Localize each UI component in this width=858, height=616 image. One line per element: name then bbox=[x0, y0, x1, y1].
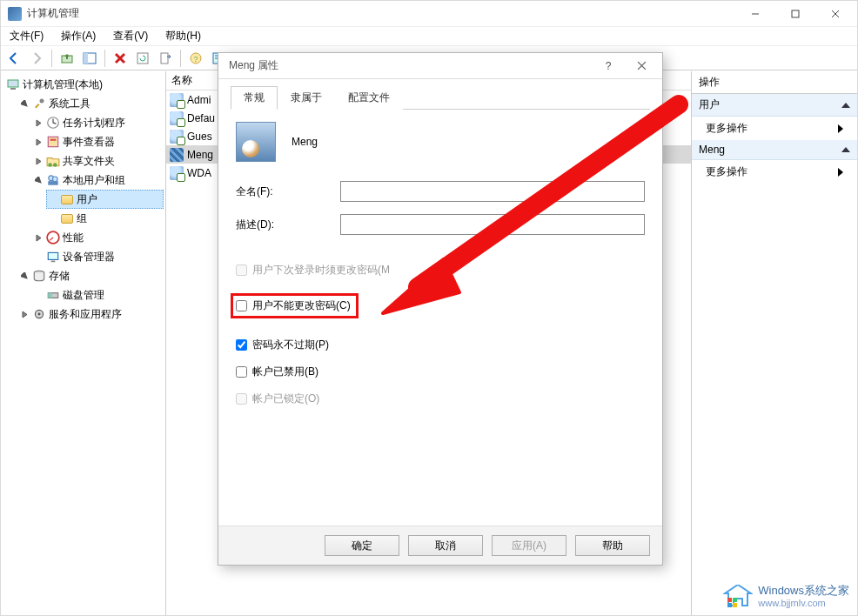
actions-more-users[interactable]: 更多操作 bbox=[692, 117, 857, 140]
folder-icon bbox=[60, 192, 74, 206]
menu-view[interactable]: 查看(V) bbox=[110, 27, 151, 45]
leaf-icon bbox=[48, 195, 57, 204]
svg-line-28 bbox=[50, 238, 53, 240]
maximize-button[interactable] bbox=[775, 1, 815, 27]
actions-pane: 操作 用户 更多操作 Meng 更多操作 bbox=[692, 71, 857, 615]
cannot-change-checkbox[interactable] bbox=[236, 300, 247, 311]
nav-forward-button[interactable] bbox=[27, 49, 46, 68]
tree-storage[interactable]: 存储 bbox=[18, 266, 164, 285]
tree-users[interactable]: 用户 bbox=[46, 190, 164, 209]
menu-file[interactable]: 文件(F) bbox=[6, 27, 47, 45]
submenu-icon bbox=[838, 168, 843, 177]
tree-label: 任务计划程序 bbox=[63, 114, 125, 131]
tree-label: 事件查看器 bbox=[63, 133, 115, 151]
tree-root[interactable]: 计算机管理(本地) bbox=[4, 75, 164, 94]
account-disabled-checkbox[interactable] bbox=[236, 366, 247, 378]
export-list-button[interactable] bbox=[156, 49, 175, 68]
dialog-close-button[interactable] bbox=[626, 55, 657, 77]
cannot-change-row[interactable]: 用户不能更改密码(C) bbox=[236, 298, 351, 313]
expand-icon[interactable] bbox=[34, 137, 44, 147]
up-level-button[interactable] bbox=[57, 49, 77, 68]
tree-label: 组 bbox=[77, 210, 87, 227]
list-item-label: Admi bbox=[187, 94, 211, 106]
svg-rect-42 bbox=[727, 603, 732, 607]
tree-device-manager[interactable]: 设备管理器 bbox=[32, 247, 164, 266]
users-groups-icon bbox=[46, 173, 60, 187]
svg-rect-30 bbox=[51, 261, 56, 263]
svg-rect-41 bbox=[733, 598, 737, 602]
must-change-row: 用户下次登录时须更改密码(M bbox=[236, 263, 645, 278]
account-disabled-row[interactable]: 帐户已禁用(B) bbox=[236, 365, 645, 379]
actions-item-label: 更多操作 bbox=[706, 121, 747, 136]
account-locked-label: 帐户已锁定(O) bbox=[252, 392, 319, 406]
tree-shared-folders[interactable]: 共享文件夹 bbox=[32, 151, 164, 171]
tab-general-content: Meng 全名(F): 描述(D): 用户下次登录时须更改密码(M 用户不能更改… bbox=[231, 110, 650, 424]
never-expires-checkbox[interactable] bbox=[236, 339, 247, 351]
tree-label: 设备管理器 bbox=[63, 248, 115, 265]
window-controls bbox=[735, 1, 855, 27]
close-button[interactable] bbox=[815, 1, 855, 27]
cancel-button[interactable]: 取消 bbox=[408, 535, 483, 556]
tab-general[interactable]: 常规 bbox=[231, 86, 278, 110]
menu-help[interactable]: 帮助(H) bbox=[162, 27, 204, 45]
description-input[interactable] bbox=[340, 214, 645, 235]
dialog-help-button[interactable]: ? bbox=[593, 55, 624, 77]
performance-icon bbox=[46, 231, 60, 244]
actions-item-label: 更多操作 bbox=[706, 164, 747, 179]
menubar: 文件(F) 操作(A) 查看(V) 帮助(H) bbox=[1, 27, 857, 46]
list-item-label: Gues bbox=[187, 131, 212, 143]
tree-performance[interactable]: 性能 bbox=[32, 228, 164, 247]
nav-back-button[interactable] bbox=[4, 49, 23, 68]
menu-action[interactable]: 操作(A) bbox=[57, 27, 99, 45]
collapse-icon[interactable] bbox=[20, 99, 30, 109]
toolbar-separator bbox=[104, 50, 105, 67]
svg-point-35 bbox=[38, 313, 41, 316]
collapse-icon[interactable] bbox=[34, 176, 44, 185]
tree-disk-management[interactable]: 磁盘管理 bbox=[32, 285, 164, 305]
svg-rect-16 bbox=[8, 80, 18, 87]
tab-member-of[interactable]: 隶属于 bbox=[278, 86, 335, 110]
collapse-icon bbox=[841, 103, 850, 108]
refresh-button[interactable] bbox=[133, 49, 152, 68]
actions-more-meng[interactable]: 更多操作 bbox=[692, 160, 857, 184]
svg-rect-40 bbox=[727, 598, 732, 602]
user-icon bbox=[170, 166, 184, 180]
delete-button[interactable] bbox=[111, 49, 130, 68]
show-hide-tree-button[interactable] bbox=[80, 49, 99, 68]
account-locked-checkbox bbox=[236, 393, 247, 405]
actions-group-users[interactable]: 用户 bbox=[692, 94, 857, 117]
ok-button[interactable]: 确定 bbox=[325, 535, 399, 556]
never-expires-row[interactable]: 密码永不过期(P) bbox=[236, 338, 645, 352]
leaf-icon bbox=[34, 291, 44, 300]
expand-icon[interactable] bbox=[34, 118, 44, 128]
expand-icon[interactable] bbox=[20, 310, 30, 319]
svg-rect-6 bbox=[84, 53, 88, 64]
collapse-icon[interactable] bbox=[20, 271, 30, 281]
fullname-input[interactable] bbox=[340, 181, 645, 202]
tree-event-viewer[interactable]: 事件查看器 bbox=[32, 132, 164, 151]
tree-local-users-groups[interactable]: 本地用户和组 bbox=[32, 171, 164, 190]
svg-point-23 bbox=[53, 163, 57, 167]
help-button[interactable]: 帮助 bbox=[575, 535, 650, 556]
leaf-icon bbox=[34, 252, 44, 262]
expand-icon[interactable] bbox=[34, 157, 44, 166]
highlight-cannot-change: 用户不能更改密码(C) bbox=[231, 293, 359, 318]
actions-group-meng[interactable]: Meng bbox=[692, 140, 857, 160]
apply-button[interactable]: 应用(A) bbox=[492, 535, 566, 556]
tree-task-scheduler[interactable]: 任务计划程序 bbox=[32, 113, 164, 132]
watermark: Windows系统之家 www.bjjmlv.com bbox=[723, 584, 849, 609]
help-button[interactable]: ? bbox=[186, 49, 205, 68]
minimize-button[interactable] bbox=[735, 1, 775, 27]
collapse-icon bbox=[841, 147, 850, 152]
tools-icon bbox=[32, 97, 46, 110]
navigation-tree[interactable]: 计算机管理(本地) 系统工具 bbox=[1, 71, 166, 615]
expand-icon[interactable] bbox=[34, 233, 44, 243]
svg-rect-33 bbox=[48, 293, 52, 298]
storage-icon bbox=[32, 269, 46, 283]
svg-rect-1 bbox=[792, 10, 799, 17]
tree-system-tools[interactable]: 系统工具 bbox=[18, 94, 164, 113]
tab-profile[interactable]: 配置文件 bbox=[335, 86, 403, 110]
tree-services-apps[interactable]: 服务和应用程序 bbox=[18, 305, 164, 324]
tree-groups[interactable]: 组 bbox=[46, 209, 164, 228]
services-icon bbox=[32, 307, 46, 321]
